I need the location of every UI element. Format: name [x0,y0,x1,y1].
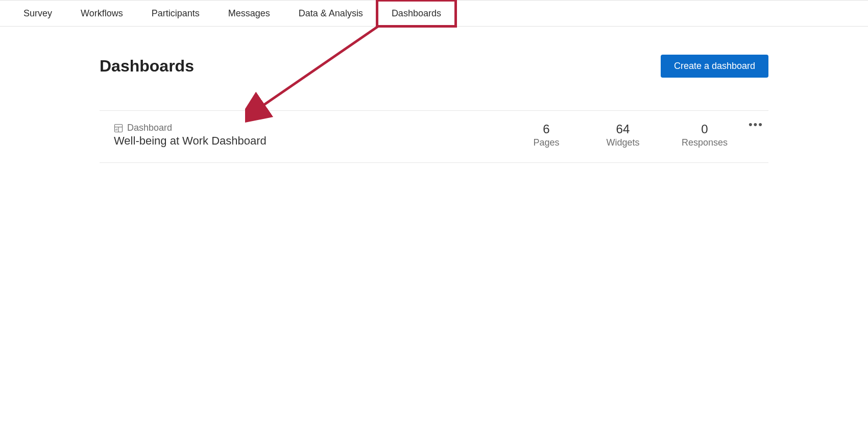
dashboard-type: Dashboard [114,123,528,133]
stat-widgets: 64 Widgets [605,122,641,148]
stat-widgets-value: 64 [605,122,641,136]
tab-participants[interactable]: Participants [137,1,214,26]
more-horizontal-icon: ••• [749,118,763,131]
stat-responses-value: 0 [682,122,728,136]
dashboard-type-label: Dashboard [127,123,172,133]
stat-responses: 0 Responses [682,122,728,148]
stat-responses-label: Responses [682,137,728,148]
dashboard-name: Well-being at Work Dashboard [114,134,528,148]
stat-pages-value: 6 [528,122,564,136]
top-nav: Survey Workflows Participants Messages D… [0,0,868,27]
create-dashboard-button[interactable]: Create a dashboard [661,55,768,78]
stat-widgets-label: Widgets [605,137,641,148]
main-content: Dashboards Create a dashboard ••• Dashbo… [0,27,868,163]
tab-messages[interactable]: Messages [214,1,284,26]
dashboard-icon [114,124,123,133]
more-options-button[interactable]: ••• [749,118,763,131]
dashboard-stats: 6 Pages 64 Widgets 0 Responses [528,122,768,148]
dashboard-info: Dashboard Well-being at Work Dashboard [100,123,528,148]
header-row: Dashboards Create a dashboard [100,55,768,78]
tab-data-analysis[interactable]: Data & Analysis [284,1,377,26]
dashboard-list: ••• Dashboard Well-being at Work Dashboa… [100,110,768,163]
stat-pages: 6 Pages [528,122,564,148]
tab-workflows[interactable]: Workflows [66,1,137,26]
dashboard-row[interactable]: ••• Dashboard Well-being at Work Dashboa… [100,111,768,163]
page-title: Dashboards [100,57,194,76]
stat-pages-label: Pages [528,137,564,148]
tab-survey[interactable]: Survey [9,1,66,26]
tab-dashboards[interactable]: Dashboards [377,1,455,26]
